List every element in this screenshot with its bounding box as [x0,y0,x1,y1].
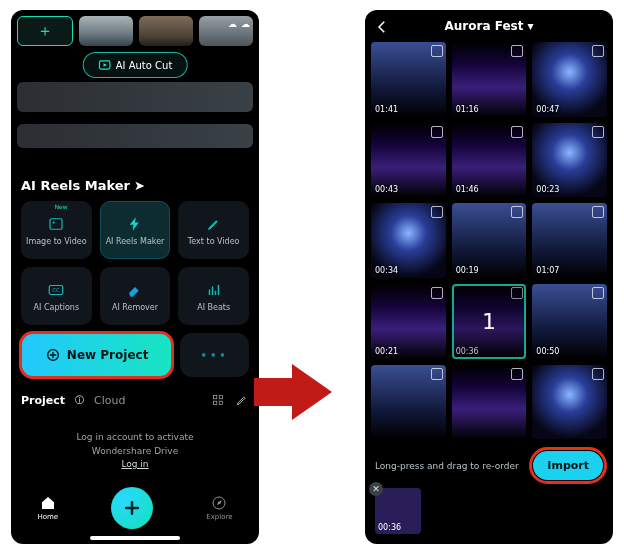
clip-tile[interactable]: 01:46 [452,123,527,198]
explore-icon [211,495,227,511]
chevron-down-icon: ▾ [527,19,533,33]
image-icon [47,215,65,233]
new-badge: New [55,203,68,210]
bottom-nav: Home Explore [11,480,259,537]
clip-tile[interactable]: 01:16 [452,42,527,117]
clip-duration: 01:07 [536,266,559,275]
grid-view-icon[interactable] [211,393,225,407]
story-thumb[interactable] [139,16,193,46]
back-icon[interactable] [373,18,391,36]
expand-icon[interactable] [431,45,443,57]
clip-tile[interactable]: 01:41 [371,42,446,117]
clip-duration: 00:50 [536,347,559,356]
expand-icon[interactable] [431,126,443,138]
expand-icon[interactable] [592,45,604,57]
nav-explore[interactable]: Explore [206,495,232,521]
clip-duration: 00:23 [536,185,559,194]
cc-icon: CC [47,281,65,299]
clip-tile[interactable]: 00:34 [371,203,446,278]
template-banner[interactable] [17,124,253,148]
clip-tile[interactable]: 00:50 [532,284,607,359]
expand-icon[interactable] [511,45,523,57]
expand-icon[interactable] [431,287,443,299]
clip-duration: 01:16 [456,105,479,114]
svg-rect-8 [219,395,223,399]
expand-icon[interactable] [511,126,523,138]
recent-story-strip: ＋ ☁☁ [11,10,259,50]
clip-tile[interactable] [452,365,527,440]
ai-auto-cut-pill[interactable]: AI Auto Cut [83,52,188,78]
plus-circle-icon [45,347,61,363]
import-button[interactable]: Import [533,451,603,480]
plus-icon [122,498,142,518]
tool-ai-beats[interactable]: AI Beats [178,267,249,325]
svg-point-2 [53,221,55,223]
expand-icon[interactable] [592,368,604,380]
nav-home[interactable]: Home [38,495,59,521]
expand-icon[interactable] [592,126,604,138]
ai-reels-maker-header[interactable]: AI Reels Maker ➤ [11,148,259,201]
tool-ai-remover[interactable]: AI Remover [100,267,171,325]
create-fab[interactable] [111,487,153,529]
clip-tile[interactable] [532,365,607,440]
more-actions-button[interactable]: ••• [180,333,249,377]
new-project-button[interactable]: New Project [21,333,172,377]
login-link[interactable]: Log in [121,459,148,469]
bolt-icon [126,215,144,233]
remove-clip-icon[interactable]: ✕ [369,482,383,496]
expand-icon[interactable] [511,206,523,218]
clip-tile[interactable]: 00:21 [371,284,446,359]
clip-duration: 00:36 [378,523,401,532]
clip-tile[interactable]: 01:07 [532,203,607,278]
picker-bottom-bar: Long-press and drag to re-order Import [365,443,613,488]
info-icon: ⓘ [75,394,84,407]
tab-cloud[interactable]: Cloud [94,394,125,407]
new-story-tile[interactable]: ＋ [17,16,73,46]
clip-tile[interactable]: 00:361 [452,284,527,359]
editor-home-screen: ＋ ☁☁ AI Auto Cut AI Reels Maker ➤ New Im… [11,10,259,544]
tool-ai-captions[interactable]: CC AI Captions [21,267,92,325]
selection-tray: ✕ 00:36 [365,488,613,544]
cloud-icon: ☁ [241,19,250,29]
media-picker-screen: Aurora Fest ▾ 01:4101:1600:4700:4301:460… [365,10,613,544]
clip-grid: 01:4101:1600:4700:4301:4600:2300:3400:19… [365,42,613,443]
tab-project[interactable]: Project [21,394,65,407]
tool-ai-reels-maker[interactable]: AI Reels Maker [100,201,171,259]
clip-duration: 00:43 [375,185,398,194]
template-banner[interactable] [17,82,253,112]
picker-header: Aurora Fest ▾ [365,10,613,42]
auto-cut-icon [98,58,112,72]
home-icon [40,495,56,511]
svg-rect-7 [213,395,217,399]
album-selector[interactable]: Aurora Fest ▾ [445,19,534,33]
equalizer-icon [205,281,223,299]
clip-tile[interactable]: 00:19 [452,203,527,278]
story-thumb[interactable]: ☁☁ [199,16,253,46]
clip-tile[interactable]: 00:43 [371,123,446,198]
expand-icon[interactable] [431,368,443,380]
eraser-icon [126,281,144,299]
expand-icon[interactable] [511,368,523,380]
clip-tile[interactable] [371,365,446,440]
edit-icon[interactable] [235,393,249,407]
flow-arrow [267,362,357,422]
login-prompt: Log in account to activate Wondershare D… [11,407,259,480]
project-tabs: Project ⓘ Cloud [11,383,259,407]
clip-tile[interactable]: 00:23 [532,123,607,198]
expand-icon[interactable] [431,206,443,218]
story-thumb[interactable] [79,16,133,46]
ai-auto-cut-label: AI Auto Cut [116,60,173,71]
expand-icon[interactable] [592,206,604,218]
svg-rect-1 [50,218,62,229]
tool-image-to-video[interactable]: New Image to Video [21,201,92,259]
selected-clip-chip[interactable]: ✕ 00:36 [375,488,421,534]
svg-text:CC: CC [53,287,61,293]
clip-tile[interactable]: 00:47 [532,42,607,117]
clip-duration: 01:41 [375,105,398,114]
tool-text-to-video[interactable]: Text to Video [178,201,249,259]
magic-pen-icon [205,215,223,233]
reorder-hint: Long-press and drag to re-order [375,461,527,471]
expand-icon[interactable] [592,287,604,299]
selection-index: 1 [452,284,527,359]
clip-duration: 00:21 [375,347,398,356]
